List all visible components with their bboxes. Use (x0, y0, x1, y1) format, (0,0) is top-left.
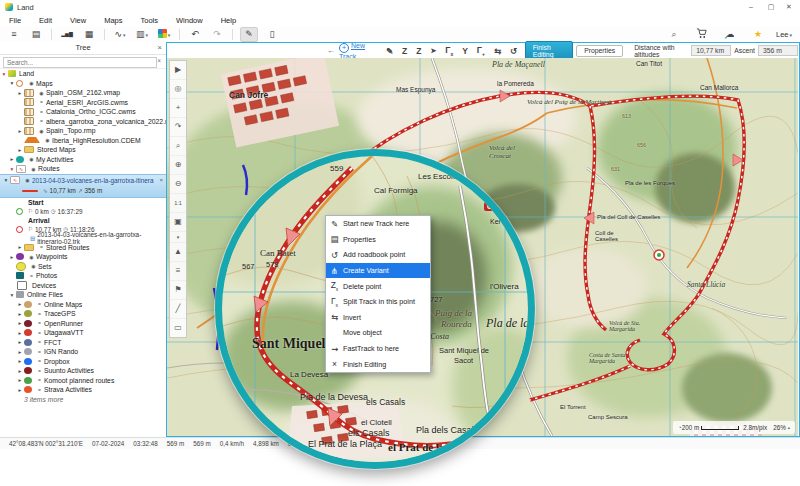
tree-item-sets[interactable]: ◉Sets (0, 262, 166, 272)
deselect-icon[interactable]: × (159, 177, 163, 183)
tree-item-map[interactable]: =albera_garrotxa_zona_volcanica_2022.map (0, 117, 166, 127)
eye-icon[interactable]: ◉ (29, 263, 38, 269)
pan-tool-icon[interactable]: + (170, 99, 186, 118)
eye-icon[interactable]: = (35, 311, 44, 317)
account-caret-icon[interactable]: ▾ (789, 32, 792, 38)
tree-item-strava[interactable]: ▸=Strava Activities (0, 385, 166, 395)
eye-icon[interactable]: ◉ (27, 80, 36, 86)
measure-tool-icon[interactable]: ╱ (170, 300, 186, 319)
zoom-percent[interactable]: 26% (773, 424, 786, 431)
zoom-caret-icon[interactable]: ▴ (788, 425, 790, 430)
menu-item-fasttrack[interactable]: ⇝FastTrack to here (326, 341, 430, 357)
tree-item-ffct[interactable]: ▸=FFCT (0, 338, 166, 348)
eye-icon[interactable]: = (35, 349, 44, 355)
next-point-icon[interactable]: ➤ (430, 47, 436, 55)
tree-item-dropbox[interactable]: ▸=Dropbox (0, 357, 166, 367)
list-panel-icon[interactable]: ▤ (28, 28, 44, 41)
menu-item-move-object[interactable]: Move object (326, 325, 430, 341)
zoom-in-icon[interactable]: ⊕ (170, 156, 186, 175)
menu-item-finish-editing[interactable]: ×Finish Editing (326, 356, 430, 372)
invert-track-icon[interactable]: ⇆ (494, 46, 501, 56)
edit-points-icon[interactable]: Z (402, 46, 407, 56)
tree-item-map[interactable]: =Aerial_ESRI_ArcGIS.cwms (0, 98, 166, 108)
maximize-button[interactable]: ▢ (762, 1, 780, 12)
eye-icon[interactable]: ◉ (37, 128, 46, 134)
tree-item-my-activities[interactable]: ▸◉My Activities (0, 155, 166, 165)
menu-item-start-new-track[interactable]: ✎Start new Track here (326, 216, 430, 232)
tree-item-map[interactable]: =Catalonia_Ortho_ICGC.cwms (0, 107, 166, 117)
eye-icon[interactable]: = (35, 339, 44, 345)
search-icon[interactable]: ⌕ (666, 28, 682, 41)
tree-item-tracegps[interactable]: ▸=TraceGPS (0, 309, 166, 319)
tools-more-icon[interactable]: ▾ (170, 232, 186, 243)
send-to-device-icon[interactable]: ▯ (264, 28, 280, 41)
eye-icon[interactable]: = (37, 118, 46, 124)
edit-track-icon[interactable]: ✎ (240, 27, 258, 42)
tree-item-map[interactable]: ▸◉Spain_OSM_2162.vmap (0, 88, 166, 98)
rotate-tool-icon[interactable]: ↷ (170, 118, 186, 137)
eye-icon[interactable]: = (37, 244, 46, 250)
delete-point-icon[interactable]: Γx (445, 45, 453, 57)
eye-icon[interactable]: = (35, 301, 44, 307)
tree-item-more[interactable]: 3 items more (0, 395, 166, 405)
account-name[interactable]: Lee (776, 30, 789, 39)
tree-item-stored-maps[interactable]: ▸Stored Maps (0, 145, 166, 155)
menu-item-create-variant[interactable]: ⋔Create Variant (326, 263, 430, 279)
split-track-icon[interactable]: Y (462, 46, 468, 56)
back-icon[interactable]: ← (327, 46, 335, 55)
eye-icon[interactable]: ◉ (29, 166, 38, 172)
maps-tool-icon[interactable]: ▥▾ (134, 28, 150, 41)
tree-item-suunto[interactable]: ▸=Suunto Activities (0, 366, 166, 376)
statistics-icon[interactable]: ▂▅▇ (59, 28, 75, 41)
tree-item-ign-rando[interactable]: ▸=IGN Rando (0, 347, 166, 357)
flag-tool-icon[interactable]: ⚑ (170, 281, 186, 300)
eye-icon[interactable]: ◉ (23, 177, 32, 183)
new-track-link[interactable]: +New Track (339, 42, 381, 60)
tree-item-map[interactable]: ▸◉Spain_Topo.rmp (0, 126, 166, 136)
tree-close-icon[interactable]: × (158, 42, 162, 54)
zoom-100-icon[interactable]: 1:1 (170, 194, 186, 213)
menu-maps[interactable]: Maps (95, 16, 131, 25)
tree-item-maps[interactable]: ▾◉Maps (0, 79, 166, 89)
eye-icon[interactable]: ◉ (37, 90, 46, 96)
menu-tools[interactable]: Tools (132, 16, 168, 25)
menu-help[interactable]: Help (212, 16, 245, 25)
menu-edit[interactable]: Edit (30, 16, 61, 25)
eye-icon[interactable]: = (35, 330, 44, 336)
eye-icon[interactable]: = (35, 377, 44, 383)
eye-icon[interactable]: = (35, 387, 44, 393)
tree-item-routes[interactable]: ▾∿◉Routes (0, 164, 166, 174)
menu-item-split-track[interactable]: ΓxSplit Track in this point (326, 294, 430, 310)
tree-item-dem[interactable]: ◉Iberia_HighResolution.CDEM (0, 136, 166, 146)
eye-icon[interactable]: = (37, 109, 46, 115)
eye-icon[interactable]: ◉ (43, 137, 52, 143)
tree-item-openrunner[interactable]: ▸=OpenRunner (0, 319, 166, 329)
close-button[interactable]: ✕ (780, 1, 798, 12)
search-clear-icon[interactable]: × (157, 57, 161, 64)
tree-item-land[interactable]: ▾Land (0, 69, 166, 79)
continue-track-icon[interactable]: Z (416, 46, 421, 56)
view-3d-icon[interactable]: ▲ (170, 243, 186, 262)
search-input[interactable] (3, 57, 157, 68)
eye-icon[interactable]: = (27, 273, 36, 279)
zoom-window-icon[interactable]: ⌕ (170, 137, 186, 156)
menu-file[interactable]: File (0, 16, 30, 25)
menu-item-properties[interactable]: ▤Properties (326, 232, 430, 248)
eye-icon[interactable]: ◉ (27, 254, 36, 260)
tree-item-online-maps[interactable]: ▸=Online Maps (0, 300, 166, 310)
draw-track-icon[interactable]: ✎ (386, 46, 393, 56)
eye-icon[interactable]: = (35, 368, 44, 374)
tracks-tool-icon[interactable]: ∿▾ (112, 28, 128, 41)
roadbook-icon[interactable]: ↺ (510, 46, 517, 56)
menu-window[interactable]: Window (167, 16, 212, 25)
calendar-icon[interactable]: ▦ (81, 28, 97, 41)
track-file-item[interactable]: ▤2013-04-03-volcanes-en-la-garrotxa-itin… (28, 234, 166, 243)
eye-icon[interactable]: = (35, 358, 44, 364)
cart-icon[interactable] (694, 28, 710, 41)
properties-button[interactable]: Properties (576, 45, 623, 57)
tree-item-photos[interactable]: =Photos (0, 271, 166, 281)
menu-item-invert[interactable]: ⇆Invert (326, 310, 430, 326)
tree-item-online-files[interactable]: ▾Online Files (0, 290, 166, 300)
tree-panel-icon[interactable]: ≡ (6, 28, 22, 41)
zoom-out-icon[interactable]: ⊖ (170, 175, 186, 194)
